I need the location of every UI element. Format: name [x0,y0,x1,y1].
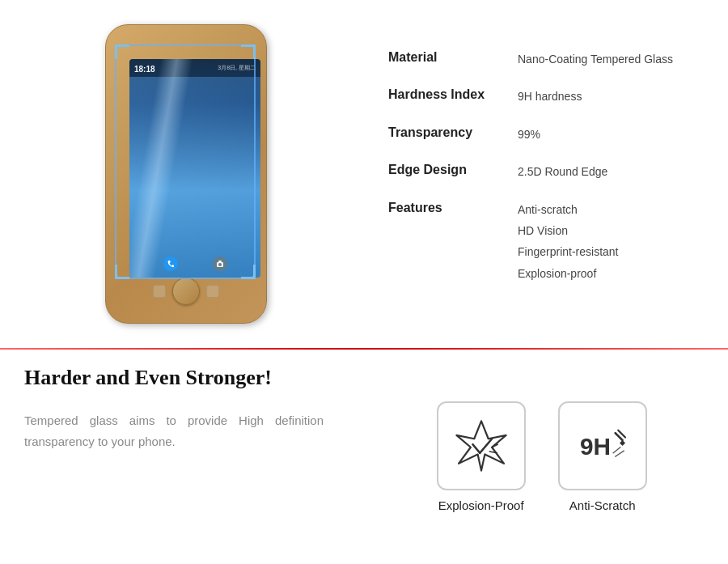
spec-label-material: Material [388,50,518,65]
feature-fingerprint: Fingerprint-resistant [518,243,619,261]
svg-marker-3 [456,421,506,470]
glass-corner-br [241,265,256,279]
phone-area: 18:18 3月8日, 星期二 [0,16,372,332]
spec-value-hardness: 9H hardness [518,87,582,105]
feature-item-scratch: 9H Anti-Scratch [558,401,647,512]
glass-protector [115,45,256,279]
bottom-section: Harder and Even Stronger! Tempered glass… [0,350,728,564]
glass-corner-tr [241,45,256,59]
glass-corner-tl [115,45,129,59]
spec-row-transparency: Transparency 99% [388,116,712,153]
explosion-proof-icon-box [437,401,526,490]
glass-corner-bl [115,265,129,279]
anti-scratch-icon-box: 9H [558,401,647,490]
back-button [153,285,166,298]
spec-label-features: Features [388,201,518,215]
feature-hd-vision: HD Vision [518,222,619,240]
svg-marker-11 [620,440,625,446]
top-section: 18:18 3月8日, 星期二 [0,0,728,348]
specs-area: Material Nano-Coating Tempered Glass Har… [372,16,728,332]
spec-row-material: Material Nano-Coating Tempered Glass [388,40,712,78]
bottom-left: Harder and Even Stronger! Tempered glass… [24,366,379,548]
phone-bottom-nav [153,278,219,305]
spec-label-edge: Edge Design [388,163,518,177]
anti-scratch-label: Anti-Scratch [569,498,636,512]
recent-button [206,285,219,298]
svg-text:9H: 9H [580,433,611,460]
spec-value-edge: 2.5D Round Edge [518,163,607,180]
spec-value-features: Anti-scratch HD Vision Fingerprint-resis… [518,201,619,283]
feature-explosion: Explosion-proof [518,265,619,282]
home-button [172,278,200,305]
spec-value-transparency: 99% [518,125,540,143]
svg-line-4 [472,444,480,453]
explosion-proof-label: Explosion-Proof [438,498,524,512]
spec-label-transparency: Transparency [388,125,518,140]
bottom-right: Explosion-Proof 9H Anti-Scratch [379,366,704,548]
anti-scratch-icon: 9H [574,418,631,474]
phone-container: 18:18 3月8日, 星期二 [97,16,275,332]
svg-line-5 [480,439,492,453]
description-text: Tempered glass aims to provide High defi… [24,410,324,452]
feature-item-explosion: Explosion-Proof [437,401,526,512]
spec-row-features: Features Anti-scratch HD Vision Fingerpr… [388,191,712,293]
explosion-proof-icon [453,418,510,474]
feature-anti-scratch: Anti-scratch [518,201,619,218]
spec-label-hardness: Hardness Index [388,87,518,102]
tagline: Harder and Even Stronger! [24,366,363,390]
svg-line-13 [615,451,624,456]
spec-row-edge: Edge Design 2.5D Round Edge [388,153,712,190]
svg-line-12 [613,447,620,453]
spec-value-material: Nano-Coating Tempered Glass [518,50,673,68]
spec-row-hardness: Hardness Index 9H hardness [388,78,712,115]
